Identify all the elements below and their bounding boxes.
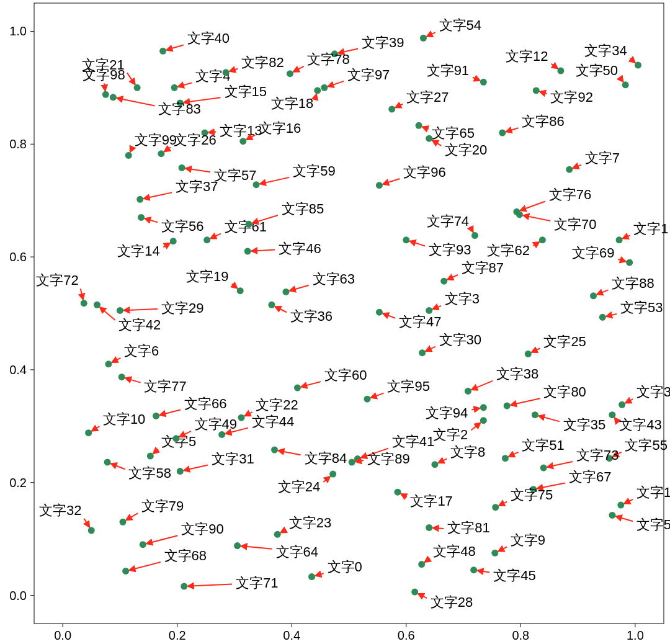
- point-label: 文字25: [543, 334, 586, 349]
- point-label: 文字24: [278, 479, 320, 494]
- data-point: [171, 84, 178, 91]
- annotation-arrow: [401, 494, 407, 497]
- annotation-arrow: [315, 94, 316, 99]
- annotation-arrow: [506, 128, 519, 132]
- data-point: [147, 453, 154, 460]
- data-point: [557, 68, 564, 74]
- data-point: [566, 166, 573, 173]
- annotation-arrow: [625, 399, 633, 403]
- point-label: 文字3: [445, 291, 480, 306]
- data-point: [237, 287, 244, 294]
- data-point: [619, 401, 625, 408]
- annotation-arrow: [615, 418, 617, 420]
- data-point: [120, 519, 127, 525]
- point-label: 文字80: [543, 384, 586, 400]
- data-point: [274, 531, 281, 538]
- annotation-arrow: [511, 398, 540, 405]
- data-point: [419, 349, 426, 356]
- annotation-arrow: [104, 83, 105, 91]
- x-tick-label: 0.8: [512, 628, 529, 642]
- y-tick-label: 0.4: [9, 363, 27, 377]
- point-label: 文字7: [585, 150, 620, 166]
- annotation-arrow: [597, 290, 608, 294]
- annotation-arrow: [111, 463, 125, 469]
- point-label: 文字62: [487, 243, 529, 258]
- annotation-arrow: [438, 458, 447, 463]
- point-label: 文字55: [625, 437, 667, 453]
- annotation-arrow: [427, 32, 436, 37]
- y-tick-label: 0.0: [9, 589, 27, 602]
- point-label: 文字48: [433, 543, 475, 559]
- point-label: 文字60: [324, 367, 367, 383]
- point-label: 文字67: [569, 469, 611, 485]
- data-point: [626, 259, 633, 266]
- data-point: [349, 459, 355, 466]
- y-tick-label: 0.6: [9, 250, 27, 264]
- point-label: 文字98: [83, 67, 125, 83]
- point-label: 文字41: [392, 434, 434, 449]
- data-point: [118, 373, 125, 380]
- point-label: 文字57: [214, 168, 256, 183]
- data-point: [81, 300, 87, 306]
- annotation-arrow: [145, 218, 158, 222]
- annotation-arrow: [278, 450, 300, 455]
- annotation-arrow: [163, 243, 170, 248]
- annotation-arrow: [232, 284, 238, 288]
- annotation-arrow: [130, 148, 132, 152]
- point-label: 文字50: [576, 63, 618, 78]
- point-label: 文字37: [176, 179, 218, 194]
- annotation-arrow: [185, 168, 210, 172]
- annotation-arrow: [241, 546, 272, 549]
- point-label: 文字47: [399, 314, 441, 329]
- data-point: [172, 435, 179, 442]
- point-label: 文字30: [439, 332, 481, 347]
- point-label: 文字15: [225, 84, 267, 99]
- annotation-arrow: [126, 513, 138, 520]
- data-point: [246, 221, 252, 228]
- data-point: [491, 550, 498, 557]
- point-label: 文字27: [406, 89, 449, 105]
- annotation-arrow: [395, 104, 403, 108]
- point-label: 文字70: [554, 217, 596, 232]
- data-point: [480, 79, 487, 86]
- data-point: [513, 208, 520, 215]
- data-point: [431, 461, 438, 468]
- annotation-arrow: [125, 378, 141, 382]
- point-label: 文字17: [410, 493, 452, 509]
- point-label: 文字43: [619, 417, 661, 432]
- data-point: [136, 196, 143, 203]
- point-label: 文字88: [612, 275, 654, 291]
- annotation-arrow: [275, 306, 287, 312]
- annotation-arrow: [433, 528, 444, 529]
- data-point: [622, 81, 629, 88]
- data-point: [426, 307, 432, 314]
- data-point: [170, 238, 177, 244]
- data-point: [470, 566, 477, 573]
- data-point: [122, 568, 129, 575]
- annotation-arrow: [471, 229, 473, 232]
- point-label: 文字40: [187, 30, 230, 46]
- annotation-arrow: [538, 416, 560, 421]
- point-label: 文字95: [387, 378, 429, 394]
- annotation-arrow: [552, 64, 558, 69]
- annotation-arrow: [188, 584, 232, 586]
- data-point: [294, 385, 301, 391]
- point-label: 文字44: [252, 414, 294, 429]
- point-label: 文字74: [427, 213, 469, 229]
- point-label: 文字34: [584, 43, 627, 58]
- point-label: 文字0: [328, 559, 362, 575]
- annotation-arrow: [315, 573, 323, 576]
- data-point: [308, 573, 315, 580]
- data-point: [244, 248, 251, 255]
- annotation-arrow: [323, 476, 330, 482]
- data-point: [177, 468, 184, 475]
- data-point: [88, 527, 95, 534]
- annotation-arrow: [144, 192, 172, 199]
- data-point: [234, 542, 241, 549]
- data-point: [203, 236, 210, 243]
- annotation-arrow: [383, 313, 395, 318]
- point-label: 文字8: [450, 444, 485, 460]
- point-label: 文字79: [141, 498, 184, 514]
- point-label: 文字72: [36, 272, 78, 288]
- point-label: 文字22: [256, 397, 298, 413]
